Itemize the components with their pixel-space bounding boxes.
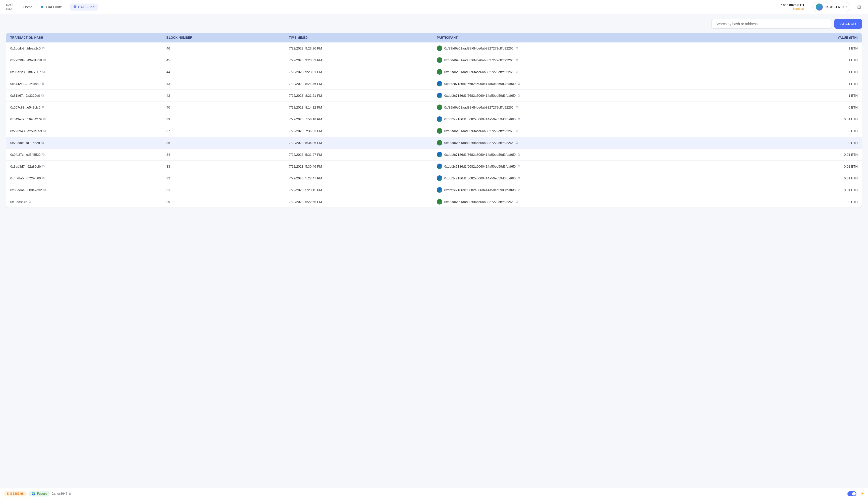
cell-time: 7/22/2023, 5:31:27 PM <box>285 149 433 160</box>
cell-participant: 0xdbf2c7186d1f5682a5060414a50ed59d3fdaf6… <box>433 90 761 101</box>
nav-dao-fund[interactable]: 🏛 DAO Fund <box>70 3 98 11</box>
cell-time: 7/22/2023, 7:56:18 PM <box>285 113 433 125</box>
cell-block: 31 <box>162 184 285 196</box>
cell-block: 33 <box>162 160 285 172</box>
cell-participant: 0xdbf2c7186d1f5682a5060414a50ed59d3fdaf6… <box>433 78 761 90</box>
table-header-row: TRANSACTION HASH BLOCK NUMBER TIME MINED… <box>6 33 862 42</box>
dao-vote-dot <box>41 6 43 8</box>
hash-value: 0x1dcdb8...fdeaa2c0 <box>10 47 41 50</box>
copy-icon[interactable]: ⧉ <box>42 70 45 74</box>
cell-block: 34 <box>162 149 285 160</box>
hash-value: 0x220943...a250a559 <box>10 129 42 133</box>
cell-participant: 0xf39fd6e51aad88f6f4ce6ab8827279cfffb922… <box>433 137 761 149</box>
copy-icon[interactable]: ⧉ <box>42 82 44 86</box>
table-row: 0xc49e4e...16954279 ⧉ 39 7/22/2023, 7:56… <box>6 113 862 125</box>
copy-participant-icon[interactable]: ⧉ <box>518 94 520 97</box>
hash-value: 0x81ff67...9a3329d0 <box>10 94 40 97</box>
nav-home[interactable]: Home <box>21 4 35 10</box>
brand-logo: DAO s.a.r.l <box>6 3 13 11</box>
cell-value: 1 ETH <box>761 66 862 78</box>
cell-time: 7/22/2023, 8:21:46 PM <box>285 78 433 90</box>
copy-participant-icon[interactable]: ⧉ <box>516 200 518 204</box>
cell-hash: 0xc442c9...105fcaa9 ⧉ <box>6 78 162 90</box>
cell-block: 43 <box>162 78 285 90</box>
cell-hash: 0x06a228...1f877007 ⧉ <box>6 66 162 78</box>
cell-participant: 0xf39fd6e51aad88f6f4ce6ab8827279cfffb922… <box>433 101 761 113</box>
copy-icon[interactable]: ⧉ <box>29 200 31 204</box>
cell-block: 32 <box>162 172 285 184</box>
hash-value: 0x9fb37c...cd845522 <box>10 153 41 157</box>
chevron-down-icon: ▾ <box>846 5 847 8</box>
globe-icon <box>437 152 442 157</box>
cell-block: 44 <box>162 66 285 78</box>
cell-participant: 0xf39fd6e51aad88f6f4ce6ab8827279cfffb922… <box>433 125 761 137</box>
copy-icon[interactable]: ⧉ <box>42 164 45 168</box>
wallet-network: Hardhat <box>793 7 804 11</box>
copy-participant-icon[interactable]: ⧉ <box>516 70 518 74</box>
table-row: 0x79b304...49a81310 ⧉ 45 7/22/2023, 9:23… <box>6 54 862 66</box>
globe-icon <box>437 116 442 122</box>
copy-participant-icon[interactable]: ⧉ <box>518 188 520 192</box>
transactions-table: TRANSACTION HASH BLOCK NUMBER TIME MINED… <box>6 33 862 208</box>
copy-participant-icon[interactable]: ⧉ <box>518 164 520 168</box>
wallet-button[interactable]: 0XDB...F6F0 ▾ <box>813 2 850 12</box>
cell-block: 42 <box>162 90 285 101</box>
cell-hash: 0x79b304...49a81310 ⧉ <box>6 54 162 66</box>
avatar <box>816 3 823 11</box>
copy-icon[interactable]: ⧉ <box>42 105 44 109</box>
cell-block: 45 <box>162 54 285 66</box>
copy-participant-icon[interactable]: ⧉ <box>518 117 520 121</box>
col-header-participant: PARTICIPANT <box>433 33 761 42</box>
copy-icon[interactable]: ⧉ <box>44 129 46 133</box>
copy-participant-icon[interactable]: ⧉ <box>518 82 520 86</box>
cell-block: 39 <box>162 113 285 125</box>
search-button[interactable]: SEARCH <box>834 19 862 29</box>
table-row: 0x3ad3d7...52a86cfb ⧉ 33 7/22/2023, 5:30… <box>6 160 862 172</box>
cell-value: 1 ETH <box>761 78 862 90</box>
copy-icon[interactable]: ⧉ <box>44 58 46 62</box>
cell-participant: 0xf39fd6e51aad88f6f4ce6ab8827279cfffb922… <box>433 54 761 66</box>
copy-participant-icon[interactable]: ⧉ <box>516 129 518 133</box>
table-row: 0x220943...a250a559 ⧉ 37 7/22/2023, 7:36… <box>6 125 862 137</box>
copy-participant-icon[interactable]: ⧉ <box>516 105 518 109</box>
cell-hash: 0x9fb37c...cd845522 ⧉ <box>6 149 162 160</box>
cell-hash: 0x4f78a5...07267c60 ⧉ <box>6 172 162 184</box>
table-row: 0x81ff67...9a3329d0 ⧉ 42 7/22/2023, 8:21… <box>6 90 862 101</box>
copy-icon[interactable]: ⧉ <box>41 141 44 145</box>
cell-hash: 0x...ec8646 ⧉ <box>6 196 162 208</box>
cell-hash: 0xc49e4e...16954279 ⧉ <box>6 113 162 125</box>
copy-icon[interactable]: ⧉ <box>42 176 45 180</box>
settings-icon[interactable]: ⊞ <box>856 3 862 11</box>
copy-participant-icon[interactable]: ⧉ <box>516 58 518 62</box>
copy-participant-icon[interactable]: ⧉ <box>516 46 518 50</box>
copy-icon[interactable]: ⧉ <box>42 46 45 50</box>
copy-icon[interactable]: ⧉ <box>44 188 46 192</box>
cell-time: 7/22/2023, 5:23:15 PM <box>285 184 433 196</box>
copy-icon[interactable]: ⧉ <box>42 153 45 157</box>
participant-address: 0xdbf2c7186d1f5682a5060414a50ed59d3fdaf6… <box>444 188 516 192</box>
globe-icon <box>437 187 442 193</box>
nav-dao-vote[interactable]: DAO Vote <box>44 4 64 10</box>
globe-icon <box>437 93 442 98</box>
copy-participant-icon[interactable]: ⧉ <box>518 176 520 180</box>
participant-address: 0xdbf2c7186d1f5682a5060414a50ed59d3fdaf6… <box>444 82 516 86</box>
brand-name: DAO <box>6 3 13 7</box>
copy-icon[interactable]: ⧉ <box>43 117 46 121</box>
cell-time: 7/22/2023, 5:22:56 PM <box>285 196 433 208</box>
copy-participant-icon[interactable]: ⧉ <box>516 141 518 145</box>
hash-value: 0xc442c9...105fcaa9 <box>10 82 40 86</box>
col-header-hash: TRANSACTION HASH <box>6 33 162 42</box>
cell-value: 0 ETH <box>761 137 862 149</box>
cell-value: 0 ETH <box>761 101 862 113</box>
search-input[interactable] <box>711 19 832 29</box>
hash-value: 0x79b304...49a81310 <box>10 58 42 62</box>
cell-block: 29 <box>162 196 285 208</box>
hash-value: 0x70edcf...fd115e2d <box>10 141 40 145</box>
copy-participant-icon[interactable]: ⧉ <box>518 153 520 157</box>
wallet-balance: 1000.8076 ETH <box>781 3 804 7</box>
cell-time: 7/22/2023, 5:30:46 PM <box>285 160 433 172</box>
table-row: 0x1dcdb8...fdeaa2c0 ⧉ 46 7/22/2023, 9:23… <box>6 42 862 54</box>
table-row: 0xc442c9...105fcaa9 ⧉ 43 7/22/2023, 8:21… <box>6 78 862 90</box>
table-row: 0x...ec8646 ⧉ 29 7/22/2023, 5:22:56 PM 0… <box>6 196 862 208</box>
copy-icon[interactable]: ⧉ <box>41 94 44 97</box>
